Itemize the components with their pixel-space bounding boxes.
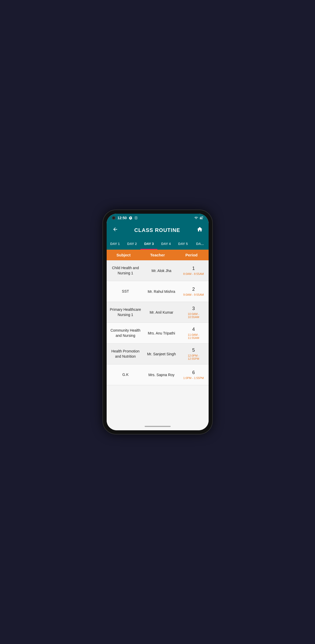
cell-teacher: Mr. Sanjeet Singh [143, 352, 180, 356]
status-bar: 12:50 [107, 214, 209, 222]
period-number: 1 [182, 266, 205, 271]
period-number: 5 [182, 348, 205, 353]
schedule-table: Child Health and Nursing 1 Mr. Alok Jha … [107, 260, 209, 422]
period-number: 3 [182, 306, 205, 311]
period-time: 1:0PM - 1:55PM [182, 376, 205, 380]
cell-teacher: Mrs. Anu Tripathi [143, 331, 180, 335]
day-tabs: DAY 1 DAY 2 DAY 3 DAY 4 DAY 5 DA... [107, 239, 209, 250]
cell-period: 1 8:0AM - 8:55AM [180, 266, 207, 275]
wifi-icon [194, 216, 198, 220]
cell-subject: Primary Healthcare Nursing 1 [108, 307, 143, 317]
col-period: Period [175, 253, 209, 257]
table-row: Community Health and Nursing Mrs. Anu Tr… [107, 323, 209, 344]
status-time: 12:50 [118, 216, 127, 220]
period-time: 12:0PM - 12:55PM [182, 354, 205, 360]
phone-screen: 12:50 [107, 214, 209, 430]
cell-period: 3 10:0AM - 10:55AM [180, 306, 207, 319]
phone-frame: 12:50 [103, 210, 212, 434]
back-button[interactable] [111, 225, 119, 235]
nfc-icon [134, 216, 138, 220]
table-row: G.K Mrs. Sapna Roy 6 1:0PM - 1:55PM [107, 364, 209, 385]
tab-day2[interactable]: DAY 2 [124, 239, 140, 250]
period-time: 8:0AM - 8:55AM [182, 272, 205, 275]
table-row: SST Mr. Rahul Mishra 2 9:0AM - 9:55AM [107, 281, 209, 302]
cell-teacher: Mr. Rahul Mishra [143, 289, 180, 294]
period-time: 11:0AM - 11:55AM [182, 333, 205, 339]
tab-day3[interactable]: DAY 3 [140, 239, 157, 250]
period-time: 9:0AM - 9:55AM [182, 293, 205, 296]
period-number: 4 [182, 327, 205, 332]
cell-subject: Health Promotion and Nutrition [108, 349, 143, 359]
tab-day6[interactable]: DA... [191, 239, 208, 250]
home-icon [197, 226, 203, 232]
page-title: CLASS ROUTINE [119, 227, 196, 233]
status-icons [194, 216, 203, 220]
cell-subject: Child Health and Nursing 1 [108, 266, 143, 276]
cell-teacher: Mrs. Sapna Roy [143, 373, 180, 377]
cell-teacher: Mr. Anil Kumar [143, 310, 180, 314]
home-indicator [145, 426, 171, 427]
cell-subject: SST [108, 289, 143, 294]
cell-subject: Community Health and Nursing [108, 328, 143, 338]
home-button[interactable] [196, 225, 204, 235]
settings-icon [129, 216, 132, 220]
period-number: 2 [182, 287, 205, 292]
period-time: 10:0AM - 10:55AM [182, 312, 205, 319]
table-row: Child Health and Nursing 1 Mr. Alok Jha … [107, 260, 209, 281]
tab-day1[interactable]: DAY 1 [107, 239, 124, 250]
status-left: 12:50 [112, 216, 138, 220]
col-subject: Subject [107, 253, 141, 257]
period-number: 6 [182, 370, 205, 375]
signal-icon [200, 216, 203, 220]
phone-bottom [107, 422, 209, 430]
cell-subject: G.K [108, 372, 143, 377]
table-row: Primary Healthcare Nursing 1 Mr. Anil Ku… [107, 302, 209, 323]
table-row: Health Promotion and Nutrition Mr. Sanje… [107, 344, 209, 364]
back-arrow-icon [112, 226, 118, 232]
cell-period: 4 11:0AM - 11:55AM [180, 327, 207, 339]
cell-period: 5 12:0PM - 12:55PM [180, 348, 207, 360]
cell-teacher: Mr. Alok Jha [143, 269, 180, 273]
tab-day5[interactable]: DAY 5 [175, 239, 191, 250]
cell-period: 6 1:0PM - 1:55PM [180, 370, 207, 380]
camera-icon [112, 216, 115, 220]
table-header: Subject Teacher Period [107, 250, 209, 260]
tab-day4[interactable]: DAY 4 [157, 239, 174, 250]
cell-period: 2 9:0AM - 9:55AM [180, 287, 207, 296]
col-teacher: Teacher [140, 253, 175, 257]
app-header: CLASS ROUTINE [107, 222, 209, 239]
